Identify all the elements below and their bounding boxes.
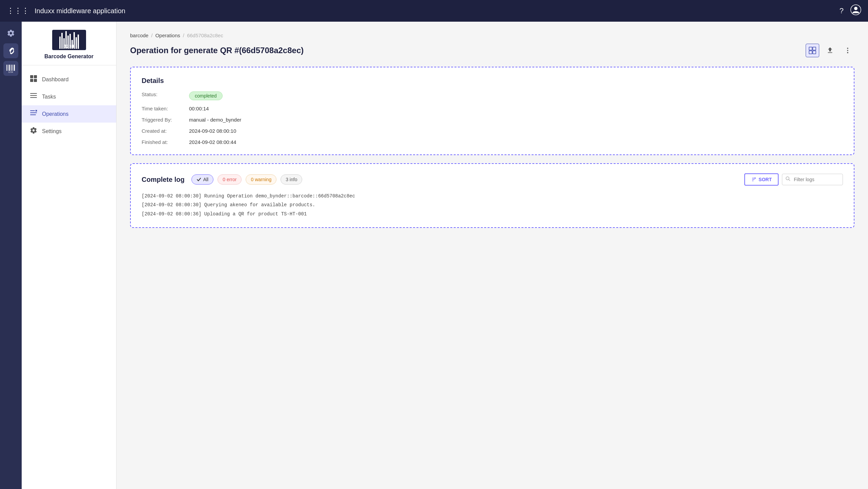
breadcrumb: barcode / Operations / 66d5708a2c8ec [130, 33, 854, 38]
breadcrumb-barcode[interactable]: barcode [130, 33, 148, 38]
svg-point-28 [847, 52, 848, 54]
svg-line-33 [789, 179, 790, 181]
sort-button[interactable]: SORT [744, 173, 779, 186]
sidebar-item-settings[interactable]: Settings [22, 123, 116, 140]
filter-warning-label: 0 warning [251, 177, 271, 182]
time-label: Time taken: [142, 106, 189, 111]
top-navigation: ⋮⋮⋮ Induxx middleware application ? [0, 0, 868, 22]
svg-point-27 [847, 50, 848, 51]
log-entry-1: [2024-09-02 08:00:30] Querying akeneo fo… [142, 201, 843, 209]
app-title: Induxx middleware application [35, 7, 834, 15]
dashboard-icon [30, 75, 37, 84]
log-entry-0: [2024-09-02 08:00:30] Running Operation … [142, 192, 843, 200]
table-view-button[interactable] [806, 44, 819, 57]
detail-triggered-row: Triggered By: manual - demo_bynder [142, 117, 843, 123]
created-value: 2024-09-02 08:00:10 [189, 128, 236, 134]
svg-rect-3 [8, 65, 8, 71]
svg-rect-7 [13, 65, 13, 71]
settings-icon [30, 127, 37, 136]
tasks-label: Tasks [42, 94, 56, 100]
sidebar-item-operations[interactable]: Operations [22, 105, 116, 123]
triggered-label: Triggered By: [142, 117, 189, 123]
filter-error-label: 0 error [223, 177, 236, 182]
barcode-number: 1234 [64, 44, 74, 49]
filter-input-wrap [782, 174, 843, 185]
operations-label: Operations [42, 111, 68, 117]
layout: 1234 1234 Barcode [0, 22, 868, 489]
svg-rect-16 [30, 97, 37, 98]
svg-rect-13 [34, 79, 37, 82]
time-value: 00:00:14 [189, 106, 209, 111]
svg-point-1 [854, 7, 857, 10]
breadcrumb-sep-2: / [183, 33, 184, 38]
status-label: Status: [142, 91, 189, 100]
finished-value: 2024-09-02 08:00:44 [189, 139, 236, 145]
detail-finished-row: Finished at: 2024-09-02 08:00:44 [142, 139, 843, 145]
sidebar: 1234 Barcode Generator Dashboard [22, 22, 117, 489]
page-title: Operation for generate QR #(66d5708a2c8e… [130, 46, 304, 55]
svg-rect-5 [11, 65, 11, 71]
detail-time-row: Time taken: 00:00:14 [142, 106, 843, 111]
svg-rect-22 [809, 47, 812, 50]
breadcrumb-sep-1: / [151, 33, 152, 38]
sort-label: SORT [759, 177, 772, 182]
details-grid: Status: completed Time taken: 00:00:14 T… [142, 91, 843, 145]
strip-link[interactable] [3, 43, 18, 58]
download-button[interactable] [823, 44, 837, 57]
sidebar-app-name: Barcode Generator [44, 54, 94, 60]
sidebar-navigation: Dashboard Tasks [22, 65, 116, 145]
filter-logs-input[interactable] [782, 174, 843, 185]
status-badge: completed [189, 91, 223, 100]
log-entries: [2024-09-02 08:00:30] Running Operation … [142, 192, 843, 218]
sidebar-item-tasks[interactable]: Tasks [22, 88, 116, 105]
svg-rect-6 [12, 65, 12, 71]
breadcrumb-current: 66d5708a2c8ec [187, 33, 223, 38]
main-content: barcode / Operations / 66d5708a2c8ec Ope… [117, 22, 868, 489]
filter-all-button[interactable]: All [191, 174, 214, 185]
strip-barcode[interactable]: 1234 [3, 61, 18, 76]
details-card: Details Status: completed Time taken: 00… [130, 67, 854, 155]
svg-rect-2 [6, 65, 7, 71]
filter-search-icon [785, 176, 791, 183]
filter-warning-button[interactable]: 0 warning [246, 174, 276, 185]
settings-label: Settings [42, 128, 62, 134]
more-options-button[interactable] [841, 44, 854, 57]
log-header: Complete log All 0 error 0 warning 3 inf… [142, 173, 843, 186]
svg-text:1234: 1234 [8, 71, 13, 73]
svg-rect-23 [813, 47, 816, 50]
triggered-value: manual - demo_bynder [189, 117, 241, 123]
svg-rect-17 [30, 110, 35, 111]
help-icon[interactable]: ? [840, 6, 844, 15]
sidebar-item-dashboard[interactable]: Dashboard [22, 71, 116, 88]
svg-rect-24 [809, 51, 812, 54]
grid-icon[interactable]: ⋮⋮⋮ [7, 6, 29, 15]
filter-error-button[interactable]: 0 error [218, 174, 242, 185]
svg-rect-11 [34, 75, 37, 78]
strip-settings[interactable] [3, 26, 18, 41]
log-actions: SORT [744, 173, 843, 186]
icon-strip: 1234 [0, 22, 22, 489]
user-icon[interactable] [850, 4, 861, 17]
finished-label: Finished at: [142, 139, 189, 145]
filter-info-button[interactable]: 3 info [281, 174, 302, 185]
breadcrumb-operations[interactable]: Operations [155, 33, 180, 38]
detail-created-row: Created at: 2024-09-02 08:00:10 [142, 128, 843, 134]
dashboard-label: Dashboard [42, 77, 68, 83]
svg-rect-12 [30, 79, 33, 82]
log-title: Complete log [142, 176, 185, 184]
svg-rect-4 [9, 65, 10, 71]
page-actions [806, 44, 854, 57]
operations-icon [30, 109, 37, 119]
details-title: Details [142, 77, 843, 85]
filter-all-label: All [203, 177, 209, 182]
svg-rect-8 [14, 65, 15, 71]
tasks-icon [30, 92, 37, 101]
svg-rect-14 [30, 93, 37, 94]
svg-rect-18 [30, 112, 37, 113]
log-card: Complete log All 0 error 0 warning 3 inf… [130, 163, 854, 228]
barcode-logo-image: 1234 [52, 30, 86, 50]
page-header: Operation for generate QR #(66d5708a2c8e… [130, 44, 854, 57]
filter-info-label: 3 info [286, 177, 297, 182]
svg-rect-19 [30, 114, 36, 115]
svg-point-32 [786, 177, 789, 180]
